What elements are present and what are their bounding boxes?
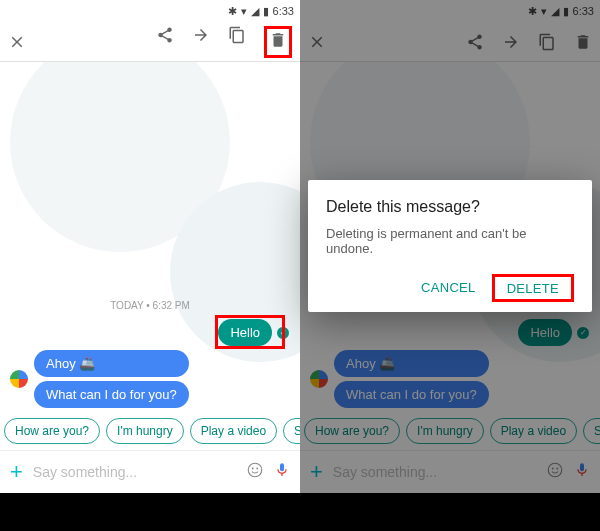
share-button[interactable] <box>466 33 484 51</box>
battery-icon: ▮ <box>263 5 269 18</box>
chip-more[interactable]: Show me m <box>283 418 300 444</box>
sent-bubble: Hello <box>518 319 572 346</box>
chip-play-video: Play a video <box>490 418 577 444</box>
chip-how-are-you: How are you? <box>304 418 400 444</box>
trash-icon <box>269 31 287 49</box>
received-bubble-2: What can I do for you? <box>334 381 489 408</box>
svg-point-6 <box>548 463 562 477</box>
delete-button[interactable] <box>574 33 592 51</box>
close-button[interactable] <box>8 33 26 51</box>
status-time: 6:33 <box>273 5 294 17</box>
cell-icon: ◢ <box>251 5 259 18</box>
emoji-button <box>546 461 564 483</box>
wifi-icon: ▾ <box>541 5 547 18</box>
add-button: + <box>310 459 323 485</box>
mic-button <box>574 462 590 482</box>
battery-icon: ▮ <box>563 5 569 18</box>
mic-icon <box>574 462 590 478</box>
forward-button[interactable] <box>192 26 210 44</box>
delete-confirm-highlight: DELETE <box>492 274 574 302</box>
close-icon <box>308 33 326 51</box>
input-bar: + Say something... <box>0 450 300 493</box>
copy-icon <box>228 26 246 44</box>
emoji-button[interactable] <box>246 461 264 483</box>
svg-point-8 <box>556 468 558 470</box>
status-time: 6:33 <box>573 5 594 17</box>
svg-point-1 <box>252 468 254 470</box>
dialog-body: Deleting is permanent and can't be undon… <box>326 226 574 256</box>
received-message-row[interactable]: Ahoy 🚢 What can I do for you? <box>10 350 290 408</box>
delivered-icon: ✓ <box>576 326 590 340</box>
message-input[interactable]: Say something... <box>33 464 236 480</box>
wifi-icon: ▾ <box>241 5 247 18</box>
status-bar: ✱ ▾ ◢ ▮ 6:33 <box>300 0 600 22</box>
share-icon <box>466 33 484 51</box>
received-bubble-2: What can I do for you? <box>34 381 189 408</box>
app-bar <box>0 22 300 62</box>
emoji-icon <box>546 461 564 479</box>
assistant-avatar-icon <box>10 370 28 388</box>
suggestion-chips: How are you? I'm hungry Play a video Sho… <box>0 412 300 450</box>
add-button[interactable]: + <box>10 459 23 485</box>
close-button[interactable] <box>308 33 326 51</box>
cell-icon: ◢ <box>551 5 559 18</box>
forward-icon <box>502 33 520 51</box>
chip-more: Show me m <box>583 418 600 444</box>
chip-how-are-you[interactable]: How are you? <box>4 418 100 444</box>
timestamp: TODAY • 6:32 PM <box>10 300 290 311</box>
copy-button[interactable] <box>538 33 556 51</box>
chip-hungry: I'm hungry <box>406 418 484 444</box>
sent-message-row[interactable]: Hello ✓ <box>10 319 290 346</box>
share-icon <box>156 26 174 44</box>
copy-icon <box>538 33 556 51</box>
assistant-avatar-icon <box>310 370 328 388</box>
received-message-row: Ahoy 🚢 What can I do for you? <box>310 350 590 408</box>
chat-area: TODAY • 6:32 PM Hello ✓ Ahoy 🚢 What can … <box>0 62 300 412</box>
svg-point-7 <box>552 468 554 470</box>
hello-highlight <box>215 315 285 349</box>
chip-play-video[interactable]: Play a video <box>190 418 277 444</box>
bluetooth-icon: ✱ <box>528 5 537 18</box>
delete-dialog: Delete this message? Deleting is permane… <box>308 180 592 312</box>
share-button[interactable] <box>156 26 174 44</box>
chip-hungry[interactable]: I'm hungry <box>106 418 184 444</box>
nav-bar <box>300 493 600 531</box>
delete-confirm-button[interactable]: DELETE <box>499 275 567 302</box>
forward-button[interactable] <box>502 33 520 51</box>
delete-button[interactable] <box>269 31 287 49</box>
message-input: Say something... <box>333 464 536 480</box>
mic-button[interactable] <box>274 462 290 482</box>
app-bar <box>300 22 600 62</box>
forward-icon <box>192 26 210 44</box>
copy-button[interactable] <box>228 26 246 44</box>
nav-bar <box>0 493 300 531</box>
mic-icon <box>274 462 290 478</box>
delete-button-highlight <box>264 26 292 58</box>
input-bar: + Say something... <box>300 450 600 493</box>
close-icon <box>8 33 26 51</box>
status-bar: ✱ ▾ ◢ ▮ 6:33 <box>0 0 300 22</box>
dialog-title: Delete this message? <box>326 198 574 216</box>
received-bubble-1: Ahoy 🚢 <box>34 350 189 377</box>
emoji-icon <box>246 461 264 479</box>
suggestion-chips: How are you? I'm hungry Play a video Sho… <box>300 412 600 450</box>
received-bubble-1: Ahoy 🚢 <box>334 350 489 377</box>
svg-point-2 <box>256 468 258 470</box>
svg-point-0 <box>248 463 262 477</box>
cancel-button[interactable]: CANCEL <box>413 274 484 302</box>
trash-icon <box>574 33 592 51</box>
bluetooth-icon: ✱ <box>228 5 237 18</box>
sent-message-row: Hello ✓ <box>310 319 590 346</box>
